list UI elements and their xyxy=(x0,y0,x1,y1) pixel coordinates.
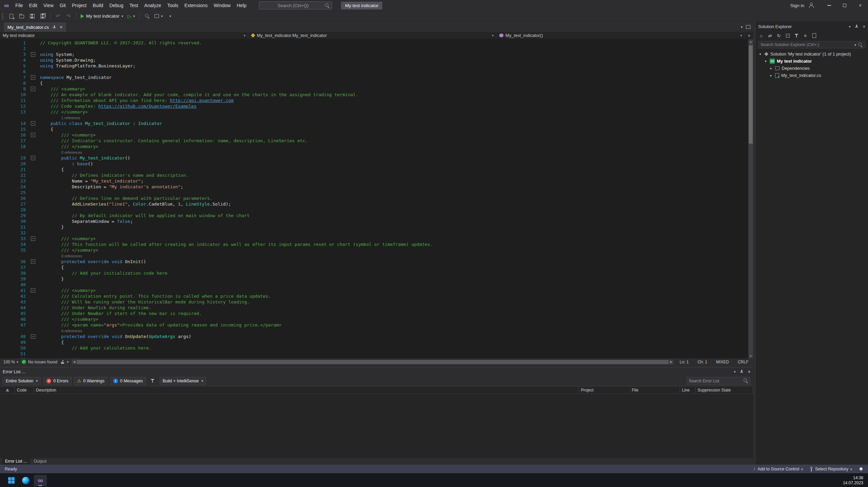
code-line-47[interactable]: 47 /// <param name="args">Provides data … xyxy=(0,322,748,328)
fold-collapse-icon[interactable]: − xyxy=(31,121,35,126)
select-repository-button[interactable]: Select Repository ▾ xyxy=(810,467,852,472)
close-button[interactable]: × xyxy=(852,0,868,11)
show-all-files-button[interactable] xyxy=(810,32,818,39)
code-line-35[interactable]: 35 /// </summary> xyxy=(0,247,748,253)
menu-item-help[interactable]: Help xyxy=(234,0,249,11)
vertical-scrollbar[interactable]: ▲ ▼ xyxy=(748,39,753,358)
code-line-26[interactable]: 26 // Defines line on demand with partic… xyxy=(0,195,748,201)
close-tab-icon[interactable]: × xyxy=(60,25,62,29)
column-header-file[interactable]: File xyxy=(630,386,680,394)
tab-output[interactable]: Output xyxy=(31,458,50,465)
type-dropdown[interactable]: My_test_indicator.My_test_indicator ▾ xyxy=(248,32,497,39)
code-line-2[interactable]: 2 xyxy=(0,46,748,51)
column-indicator[interactable]: Ch: 1 xyxy=(695,360,710,364)
filter-button[interactable] xyxy=(149,377,157,385)
code-cleanup-button[interactable]: ▾ xyxy=(61,360,68,364)
scroll-left-icon[interactable]: ◀ xyxy=(72,360,77,363)
menu-item-build[interactable]: Build xyxy=(90,0,106,11)
tree-item-my-test-indicator-cs[interactable]: ▸My_test_indicator.cs xyxy=(755,72,868,79)
code-line-37[interactable]: 37 { xyxy=(0,264,748,270)
scroll-right-icon[interactable]: ▶ xyxy=(669,360,673,363)
fold-collapse-icon[interactable]: − xyxy=(31,133,35,137)
menu-item-extensions[interactable]: Extensions xyxy=(181,0,210,11)
menu-item-tools[interactable]: Tools xyxy=(164,0,181,11)
encoding-indicator[interactable]: MIXED xyxy=(713,360,732,364)
code-line-4[interactable]: 4using System.Drawing; xyxy=(0,57,748,63)
codelens-references[interactable]: 1 reference xyxy=(0,115,748,121)
refresh-button[interactable]: ↻ xyxy=(775,32,783,39)
code-line-3[interactable]: 3−using System; xyxy=(0,51,748,57)
collapse-arrow-icon[interactable]: ▾ xyxy=(764,59,768,63)
save-all-button[interactable] xyxy=(39,12,47,20)
start-without-debugging-button[interactable]: ▷ ▾ xyxy=(126,12,136,20)
close-panel-icon[interactable]: × xyxy=(863,24,865,29)
find-in-files-button[interactable] xyxy=(143,12,151,20)
code-line-11[interactable]: 11 /// Information about API you can fin… xyxy=(0,98,748,103)
error-list-search-input[interactable] xyxy=(689,379,742,383)
document-tab[interactable]: My_test_indicator.cs × xyxy=(4,22,66,32)
code-line-18[interactable]: 18 /// </summary> xyxy=(0,144,748,149)
fold-collapse-icon[interactable]: − xyxy=(31,236,35,241)
code-line-10[interactable]: 10 /// An example of blank indicator. Ad… xyxy=(0,92,748,98)
column-header-code[interactable]: Code xyxy=(15,386,34,394)
start-button[interactable] xyxy=(5,475,18,486)
menu-item-test[interactable]: Test xyxy=(126,0,141,11)
start-debugging-button[interactable]: My test indicator ▾ xyxy=(80,12,124,20)
minimize-button[interactable] xyxy=(821,0,837,11)
source-filter-dropdown[interactable]: Build + IntelliSense ▾ xyxy=(160,377,206,385)
tree-item-solution-my-test-indicator-1-of-1-project[interactable]: ▾Solution 'My test indicator' (1 of 1 pr… xyxy=(755,50,868,58)
horizontal-scrollbar[interactable]: ◀ ▶ xyxy=(72,360,673,364)
code-editor[interactable]: 1// Copyright QUANTOWER LLC. © 2017-2022… xyxy=(0,39,753,358)
code-line-22[interactable]: 22 // Defines indicator's name and descr… xyxy=(0,172,748,178)
code-line-24[interactable]: 24 Description = "My indicator's annotat… xyxy=(0,184,748,190)
line-ending-indicator[interactable]: CRLF xyxy=(735,360,751,364)
code-line-42[interactable]: 42 /// Calculation entry point. This fun… xyxy=(0,293,748,299)
code-line-31[interactable]: 31 } xyxy=(0,224,748,230)
window-position-icon[interactable]: ▾ xyxy=(734,370,735,374)
code-line-6[interactable]: 6 xyxy=(0,69,748,75)
window-position-icon[interactable]: ▾ xyxy=(849,25,850,28)
document-health-indicator[interactable]: ✓ No issues found xyxy=(22,360,57,364)
codelens-references[interactable]: 0 references xyxy=(0,328,748,334)
menu-item-view[interactable]: View xyxy=(40,0,57,11)
account-icon[interactable] xyxy=(808,3,814,8)
edge-taskbar-button[interactable] xyxy=(19,475,32,486)
fold-collapse-icon[interactable]: − xyxy=(31,75,35,80)
code-line-9[interactable]: 9− /// <summary> xyxy=(0,86,748,92)
menu-item-git[interactable]: Git xyxy=(57,0,69,11)
fold-collapse-icon[interactable]: − xyxy=(31,334,35,339)
severity-column-header[interactable] xyxy=(0,386,15,394)
tree-item-my-test-indicator[interactable]: ▾My test indicator xyxy=(755,58,868,65)
open-file-button[interactable] xyxy=(18,12,26,20)
close-panel-icon[interactable]: × xyxy=(748,369,750,374)
code-line-36[interactable]: 36− protected override void OnInit() xyxy=(0,259,748,264)
quick-search-input[interactable] xyxy=(261,3,325,8)
code-line-28[interactable]: 28 xyxy=(0,207,748,213)
solution-explorer-title-bar[interactable]: Solution Explorer ▾ × xyxy=(755,22,868,31)
line-indicator[interactable]: Ln: 1 xyxy=(677,360,691,364)
add-view-button[interactable]: + xyxy=(745,33,753,38)
expand-arrow-icon[interactable]: ▸ xyxy=(769,66,773,70)
horizontal-scrollbar-thumb[interactable] xyxy=(77,360,668,364)
column-header-line[interactable]: Line xyxy=(680,386,695,394)
code-line-7[interactable]: 7−namespace My_test_indicator xyxy=(0,75,748,80)
code-line-8[interactable]: 8{ xyxy=(0,80,748,86)
code-line-38[interactable]: 38 // Add your initialization code here xyxy=(0,270,748,276)
codelens-references[interactable]: 0 references xyxy=(0,253,748,259)
menu-item-file[interactable]: File xyxy=(12,0,26,11)
fold-collapse-icon[interactable]: − xyxy=(31,156,35,160)
switch-views-button[interactable]: ⇄ xyxy=(766,32,774,39)
code-line-34[interactable]: 34 /// This function will be called afte… xyxy=(0,241,748,247)
taskbar-clock[interactable]: 14:38 14.07.2023 xyxy=(843,475,863,486)
scope-filter-dropdown[interactable]: Entire Solution ▾ xyxy=(3,377,41,385)
scroll-up-icon[interactable]: ▲ xyxy=(748,39,753,44)
code-line-46[interactable]: 46 /// </summary> xyxy=(0,316,748,322)
code-line-25[interactable]: 25 xyxy=(0,190,748,195)
quick-search-box[interactable] xyxy=(259,1,332,9)
code-line-16[interactable]: 16− /// <summary> xyxy=(0,132,748,138)
tab-error-list[interactable]: Error List ... xyxy=(2,458,30,465)
solution-explorer-search-input[interactable] xyxy=(761,42,853,47)
code-line-19[interactable]: 19− public My_test_indicator() xyxy=(0,155,748,161)
messages-toggle-button[interactable]: 0 Messages xyxy=(110,377,146,385)
new-file-button[interactable] xyxy=(7,12,15,20)
